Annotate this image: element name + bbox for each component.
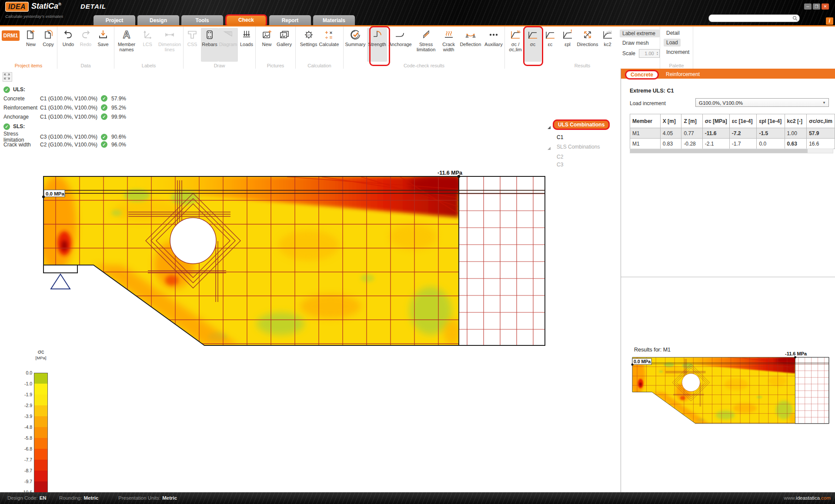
member-graphic xyxy=(37,172,545,354)
kc2-curve-icon xyxy=(602,29,613,40)
table-horizontal-scrollbar[interactable] xyxy=(630,149,833,153)
rebars-button[interactable]: Rebars xyxy=(201,28,218,62)
sls-check-icon: ✓ xyxy=(3,123,10,130)
copy-project-item-button[interactable]: Copy xyxy=(40,28,57,62)
tab-reinforcement[interactable]: Reinforcement xyxy=(662,70,703,78)
tab-report[interactable]: Report xyxy=(269,15,311,25)
crack-width-button[interactable]: Crack width xyxy=(439,28,458,62)
legend-swatch xyxy=(34,395,48,405)
label-extreme-toggle[interactable]: Label extreme xyxy=(620,30,660,37)
spinner-arrows-icon[interactable]: ▲▼ xyxy=(656,51,658,56)
scale-label: Scale xyxy=(620,50,635,56)
settings-button[interactable]: </> Settings xyxy=(299,28,318,62)
tab-concrete[interactable]: Concrete xyxy=(625,70,659,80)
search-icon xyxy=(792,16,798,21)
legend-swatch xyxy=(34,460,48,471)
summary-row-stress-limitation[interactable]: Stress limitationC3 (G100.0%, V100.0%) ✓… xyxy=(3,131,130,140)
gallery-icon xyxy=(279,29,290,40)
epsilon-c-button[interactable]: εc xyxy=(541,28,559,62)
loads-arrows-icon xyxy=(241,29,252,40)
deflection-button[interactable]: Deflection xyxy=(458,28,483,62)
tab-tools[interactable]: Tools xyxy=(181,15,223,25)
tree-item-c1[interactable]: C1 xyxy=(557,134,563,140)
auxiliary-button[interactable]: Auxiliary xyxy=(483,28,504,62)
dimension-icon xyxy=(164,29,175,40)
kc2-button[interactable]: kc2 xyxy=(599,28,616,62)
website-link[interactable]: www.ideastatica.com xyxy=(784,495,831,501)
palette-increment-toggle[interactable]: Increment xyxy=(664,48,692,56)
draw-mesh-toggle[interactable]: Draw mesh xyxy=(620,39,660,47)
tab-design[interactable]: Design xyxy=(137,15,179,25)
summary-row-concrete[interactable]: ConcreteC1 (G100.0%, V100.0%) ✓57.9% xyxy=(3,94,130,103)
statica-logo: StatiCa® xyxy=(31,2,61,11)
maximize-button[interactable]: ❐ xyxy=(813,3,820,10)
crack-width-icon xyxy=(443,29,454,40)
group-project-items: DRM1 ▾ New Copy Project items xyxy=(0,27,57,69)
design-code-status: Design Code:EN xyxy=(7,495,47,501)
member-names-button[interactable]: A Member names xyxy=(114,28,139,62)
main-canvas[interactable]: ✓ULS: ConcreteC1 (G100.0%, V100.0%) ✓57.… xyxy=(0,69,620,492)
summary-button[interactable]: Summary xyxy=(344,28,367,62)
legend-swatch xyxy=(34,373,48,384)
scrollbar-thumb[interactable] xyxy=(630,149,808,153)
group-calculation: </> Settings +×÷= Calculate Calculation xyxy=(296,27,344,69)
sigma-c-button[interactable]: σc xyxy=(524,28,541,62)
sls-heading: SLS: xyxy=(13,123,25,129)
tree-item-uls-combinations[interactable]: ULS Combinations xyxy=(553,122,610,128)
mini-member-plot[interactable]: -11.6 MPa 0.0 MPa xyxy=(632,350,834,428)
tree-item-c3[interactable]: C3 xyxy=(557,162,563,168)
tab-check[interactable]: Check xyxy=(225,14,267,25)
scale-spinner[interactable]: 1.00▲▼ xyxy=(639,49,660,58)
sigma-ratio-button[interactable]: % σc / σc,lim xyxy=(507,28,524,62)
save-button[interactable]: Save xyxy=(94,28,112,62)
svg-text:%: % xyxy=(517,30,521,34)
calculate-button[interactable]: +×÷= Calculate xyxy=(318,28,340,62)
summary-row-reinforcement[interactable]: ReinforcementC1 (G100.0%, V100.0%) ✓95.2… xyxy=(3,103,130,112)
picture-new-button[interactable]: New xyxy=(258,28,276,62)
cross-section-icon xyxy=(187,29,198,40)
tree-item-c2[interactable]: C2 xyxy=(557,154,563,160)
svg-text:0.0 MPa: 0.0 MPa xyxy=(46,191,64,196)
results-panel: Concrete Reinforcement Extreme ULS: C1 L… xyxy=(621,69,835,492)
directions-button[interactable]: Directions xyxy=(576,28,599,62)
drm1-dropdown[interactable]: DRM1 ▾ xyxy=(2,30,20,41)
tree-item-sls-combinations[interactable]: SLS Combinations xyxy=(557,144,600,150)
rounding-status: Rounding:Metric xyxy=(59,495,98,501)
gallery-button[interactable]: Gallery xyxy=(276,28,293,62)
tab-project[interactable]: Project xyxy=(94,15,135,25)
expander-icon[interactable] xyxy=(548,126,551,129)
summary-row-crack-width[interactable]: Crack widthC2 (G100.0%, V100.0%) ✓96.0% xyxy=(3,140,130,149)
palette-detail-toggle[interactable]: Detail xyxy=(664,29,682,37)
group-labels: A Member names LCS Dimension lines Label… xyxy=(114,27,184,69)
expander-icon[interactable] xyxy=(548,147,551,150)
lcs-button: LCS xyxy=(139,28,156,62)
undo-button[interactable]: Undo xyxy=(60,28,77,62)
table-row[interactable]: M10.83 -0.28-2.1 -1.70.0 0.6316.6 xyxy=(630,139,835,149)
legend-swatch xyxy=(34,481,48,492)
loads-button[interactable]: Loads xyxy=(238,28,255,62)
expand-view-button[interactable] xyxy=(3,72,12,82)
palette-load-toggle[interactable]: Load xyxy=(664,39,681,46)
diagram-button: Diagram xyxy=(218,28,238,62)
check-icon: ✓ xyxy=(101,104,107,111)
epsilon-pl-icon: ! xyxy=(562,29,573,40)
epsilon-pl-button[interactable]: ! εpl xyxy=(559,28,576,62)
close-button[interactable]: ✕ xyxy=(822,3,829,10)
tab-materials[interactable]: Materials xyxy=(313,15,355,25)
extreme-uls-label: Extreme ULS: C1 xyxy=(630,88,674,94)
search-input[interactable] xyxy=(708,14,800,22)
load-increment-dropdown[interactable]: G100.0%, V100.0%▼ xyxy=(695,98,829,107)
summary-check-icon xyxy=(350,29,361,40)
summary-row-anchorage[interactable]: AnchorageC1 (G100.0%, V100.0%) ✓99.9% xyxy=(3,112,130,121)
title-bar: IDEA StatiCa® DETAIL Calculate yesterday… xyxy=(0,0,835,25)
minimize-button[interactable]: ─ xyxy=(804,3,812,10)
anchorage-button[interactable]: Anchorage xyxy=(387,28,413,62)
table-row[interactable]: M14.05 0.77-11.6 -7.2-1.5 1.0057.9 xyxy=(630,128,835,139)
expand-arrows-icon xyxy=(3,73,11,80)
info-button[interactable]: i xyxy=(826,17,833,25)
strength-button[interactable]: Strength xyxy=(367,28,387,62)
app-window: IDEA StatiCa® DETAIL Calculate yesterday… xyxy=(0,0,835,504)
member-stress-plot[interactable]: -11.6 MPa 0.0 MPa xyxy=(43,172,548,354)
new-project-item-button[interactable]: New xyxy=(22,28,40,62)
stress-limitation-button[interactable]: Stress limitation xyxy=(413,28,439,62)
